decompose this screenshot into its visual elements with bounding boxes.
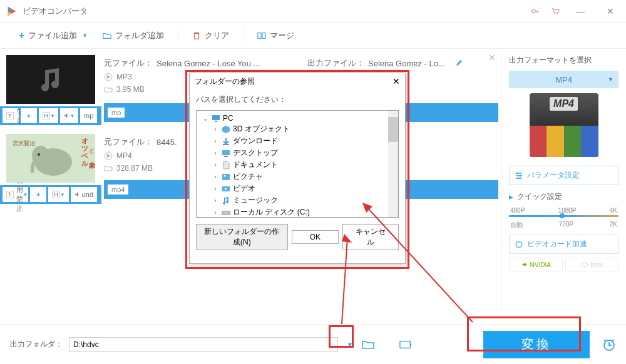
tree-item[interactable]: ›3D オブジェクト bbox=[199, 123, 396, 135]
key-icon[interactable] bbox=[531, 7, 540, 16]
src-file-label: 元ファイル： bbox=[104, 136, 153, 148]
folder-browse-dialog: フォルダーの参照 ✕ パスを選択してください： ⌄PC›3D オブジェクト›ダウ… bbox=[189, 73, 406, 264]
play-icon bbox=[104, 151, 113, 160]
intel-logo: Intel bbox=[565, 258, 619, 271]
tree-item[interactable]: ›ローカル ディスク (C:) bbox=[199, 206, 396, 218]
svg-rect-3 bbox=[258, 33, 261, 38]
cart-icon[interactable] bbox=[551, 7, 560, 16]
tree-item[interactable]: ›ピクチャ bbox=[199, 171, 396, 183]
clear-label: クリア bbox=[205, 30, 229, 41]
size-value: 3.95 MB bbox=[116, 85, 145, 94]
output-sidebar: 出力フォーマットを選択 MP4 ▼ MP4 パラメータ設定 クイック設定 480… bbox=[501, 49, 626, 321]
subtitle-bar: T使用禁止▼ + H▼ und bbox=[0, 185, 101, 204]
svg-point-2 bbox=[557, 13, 558, 14]
browse-icon[interactable] bbox=[399, 340, 412, 350]
hardsub-button[interactable]: H▼ bbox=[39, 108, 58, 123]
tree-item[interactable]: ›ドキュメント bbox=[199, 159, 396, 171]
parameter-settings-button[interactable]: パラメータ設定 bbox=[509, 166, 618, 185]
edit-icon[interactable] bbox=[455, 59, 463, 67]
ok-button[interactable]: OK bbox=[292, 230, 339, 244]
svg-text:ベ: ベ bbox=[81, 152, 89, 159]
format-value: MP3 bbox=[116, 73, 132, 81]
out-fmt-label: mp4 bbox=[108, 185, 128, 195]
convert-button[interactable]: 変換 bbox=[483, 331, 590, 358]
svg-text:宮沢賢治: 宮沢賢治 bbox=[13, 140, 35, 146]
src-file-name: 8445. bbox=[156, 138, 177, 147]
svg-point-34 bbox=[224, 174, 226, 176]
cancel-button[interactable]: キャンセル bbox=[342, 224, 399, 250]
new-folder-button[interactable]: 新しいフォルダーの作成(N) bbox=[196, 224, 288, 250]
audio-select[interactable]: ▼ bbox=[60, 108, 78, 123]
file-thumbnail[interactable] bbox=[6, 55, 95, 104]
tree-item[interactable]: ›ダウンロード bbox=[199, 135, 396, 147]
play-icon bbox=[104, 73, 113, 81]
audio-fmt[interactable]: mp bbox=[80, 108, 97, 123]
remove-file-button[interactable]: ✕ bbox=[488, 53, 496, 63]
svg-rect-29 bbox=[212, 115, 220, 120]
svg-point-1 bbox=[554, 13, 555, 14]
tree-scrollbar[interactable] bbox=[388, 111, 398, 217]
convert-label: 変換 bbox=[521, 336, 552, 353]
out-file-name: Selena Gomez - Lo... bbox=[368, 59, 445, 68]
add-subtitle-button[interactable]: + bbox=[21, 108, 37, 123]
title-bar: ビデオコンバータ — ✕ bbox=[0, 0, 626, 23]
chevron-down-icon: ▼ bbox=[608, 76, 613, 83]
svg-point-26 bbox=[582, 263, 588, 266]
param-settings-label: パラメータ設定 bbox=[527, 170, 580, 181]
clear-button[interactable]: クリア bbox=[186, 28, 235, 44]
audio-select[interactable]: und bbox=[71, 187, 97, 202]
svg-rect-33 bbox=[222, 174, 230, 180]
add-folder-button[interactable]: フォルダ追加 bbox=[96, 28, 170, 44]
resolution-slider[interactable] bbox=[509, 215, 618, 217]
output-folder-input[interactable] bbox=[69, 337, 338, 352]
svg-point-37 bbox=[228, 212, 229, 213]
add-file-label: ファイル追加 bbox=[28, 30, 77, 41]
merge-button[interactable]: マージ bbox=[251, 28, 300, 44]
svg-text:ル: ル bbox=[81, 159, 89, 167]
svg-text:象: 象 bbox=[88, 161, 95, 169]
svg-point-23 bbox=[520, 174, 521, 176]
gpu-accel-button[interactable]: ビデオカード加速 bbox=[509, 235, 618, 254]
toolbar-separator bbox=[178, 29, 178, 43]
subtitle-select[interactable]: Tなし▼ bbox=[3, 108, 19, 123]
svg-text:ツ: ツ bbox=[81, 144, 88, 152]
src-file-label: 元ファイル： bbox=[104, 58, 153, 69]
add-file-button[interactable]: + ファイル追加 ▼ bbox=[13, 28, 94, 44]
dialog-close-button[interactable]: ✕ bbox=[393, 76, 400, 86]
toolbar-separator bbox=[243, 29, 244, 43]
svg-point-0 bbox=[532, 9, 535, 13]
folder-icon bbox=[104, 85, 113, 94]
tree-item[interactable]: ›ビデオ bbox=[199, 183, 396, 195]
output-folder-dropdown[interactable]: ▼ bbox=[344, 341, 356, 348]
minimize-button[interactable]: — bbox=[571, 5, 590, 18]
nvidia-logo: NVIDIA bbox=[509, 258, 563, 271]
tree-item[interactable]: ›デスクトップ bbox=[199, 147, 396, 159]
schedule-icon[interactable] bbox=[602, 338, 616, 351]
folder-icon bbox=[104, 164, 113, 173]
tree-item[interactable]: ›ミュージック bbox=[199, 195, 396, 206]
merge-icon bbox=[257, 31, 266, 40]
svg-rect-32 bbox=[224, 156, 228, 157]
open-folder-icon[interactable] bbox=[362, 340, 374, 350]
sidebar-title: 出力フォーマットを選択 bbox=[509, 55, 618, 66]
resolution-row-bot: 自動 720P 2K bbox=[509, 221, 618, 230]
file-thumbnail[interactable]: 宮沢賢治オツベルと象 bbox=[6, 134, 95, 183]
close-button[interactable]: ✕ bbox=[601, 5, 620, 18]
format-value: MP4 bbox=[116, 151, 132, 160]
out-fmt-label: mp bbox=[108, 108, 125, 118]
svg-rect-4 bbox=[262, 33, 265, 38]
hardsub-button[interactable]: H▼ bbox=[48, 187, 68, 202]
format-select[interactable]: MP4 ▼ bbox=[509, 71, 618, 88]
subtitle-bar: Tなし▼ + H▼ ▼ mp bbox=[0, 106, 101, 125]
tree-item[interactable]: ⌄PC bbox=[199, 113, 396, 123]
bottom-bar: 出力フォルダ： ▼ 変換 bbox=[0, 324, 626, 364]
svg-rect-31 bbox=[222, 150, 230, 155]
speaker-icon bbox=[64, 113, 69, 119]
add-subtitle-button[interactable]: + bbox=[30, 187, 46, 202]
svg-rect-30 bbox=[215, 121, 217, 122]
format-thumbnail: MP4 bbox=[530, 93, 598, 157]
folder-tree[interactable]: ⌄PC›3D オブジェクト›ダウンロード›デスクトップ›ドキュメント›ピクチャ›… bbox=[196, 110, 399, 218]
subtitle-select[interactable]: T使用禁止▼ bbox=[3, 187, 28, 202]
format-thumb-label: MP4 bbox=[550, 97, 578, 111]
resolution-row-top: 480P 1080P 4K bbox=[509, 207, 618, 214]
